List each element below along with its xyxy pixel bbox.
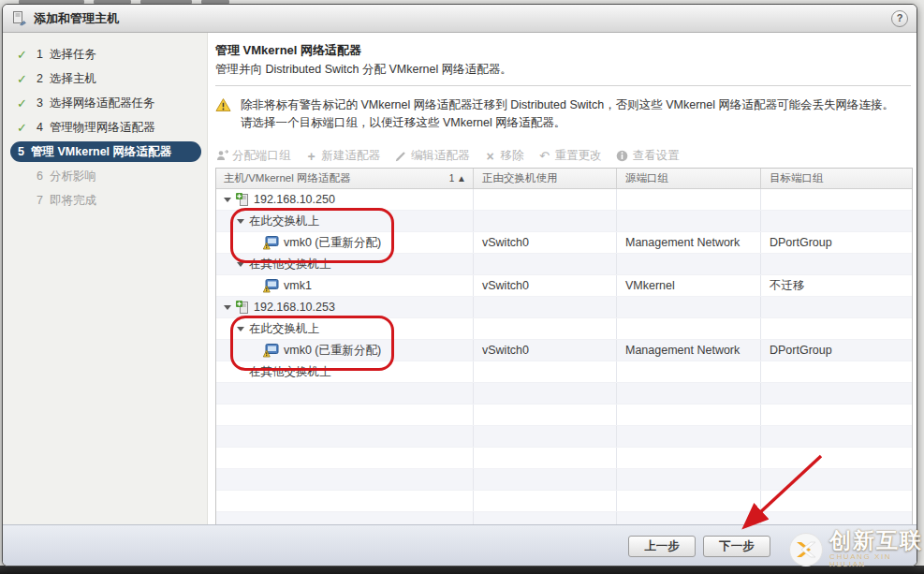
cell-in-use-by-switch	[474, 189, 617, 210]
pencil-icon	[394, 150, 407, 163]
page-title: 管理 VMkernel 网络适配器	[215, 42, 911, 59]
table-row[interactable]: 在其他交换机上	[216, 361, 912, 383]
table-row-empty	[216, 469, 912, 491]
adapter-toolbar: 分配端口组 + 新建适配器 编辑适配器 × 移除	[215, 148, 911, 164]
cell-destination-portgroup[interactable]: 不迁移	[761, 275, 912, 296]
warning-text: 除非将标有警告标记的 VMkernel 网络适配器迁移到 Distributed…	[241, 96, 904, 132]
row-label: 192.168.10.250	[254, 193, 335, 206]
wizard-step[interactable]: 3 选择网络适配器任务	[10, 93, 201, 113]
expander-triangle-icon[interactable]	[224, 305, 231, 310]
wizard-step[interactable]: 6 分析影响	[10, 166, 201, 186]
row-label: 192.168.10.253	[254, 301, 335, 314]
cell-in-use-by-switch	[474, 254, 617, 274]
table-row[interactable]: vmk0 (已重新分配) vSwitch0 Management Network…	[216, 232, 912, 254]
vmk-adapter-warning-icon	[263, 344, 279, 358]
host-add-icon	[236, 301, 249, 315]
cell-in-use-by-switch	[474, 318, 617, 339]
view-settings-button[interactable]: 查看设置	[616, 148, 680, 164]
host-add-icon	[236, 193, 249, 207]
table-row[interactable]: 在其他交换机上	[216, 254, 912, 275]
column-header-in-use-by-switch[interactable]: 正由交换机使用	[474, 169, 617, 188]
cell-destination-portgroup[interactable]: DPortGroup	[761, 232, 912, 253]
wizard-step[interactable]: 4 管理物理网络适配器	[10, 117, 201, 138]
help-icon[interactable]: ?	[891, 10, 908, 27]
cell-source-portgroup: Management Network	[617, 232, 761, 253]
cell-source-portgroup: Management Network	[617, 340, 761, 361]
plus-icon: +	[305, 150, 318, 163]
step-number: 1	[35, 47, 43, 62]
cell-source-portgroup	[617, 254, 761, 274]
cell-in-use-by-switch: vSwitch0	[474, 232, 617, 253]
wizard-step[interactable]: 1 选择任务	[10, 44, 201, 65]
page-subtitle: 管理并向 Distributed Switch 分配 VMkernel 网络适配…	[215, 62, 911, 78]
expander-triangle-icon[interactable]	[237, 327, 244, 331]
cell-source-portgroup	[617, 211, 761, 231]
table-row[interactable]: vmk1 vSwitch0 VMkernel 不迁移	[216, 275, 912, 297]
wizard-host-icon	[11, 10, 27, 26]
step-number: 5	[16, 144, 24, 159]
table-row[interactable]: 192.168.10.250	[216, 189, 912, 211]
vmk-adapter-warning-icon	[263, 279, 279, 293]
step-number: 6	[35, 169, 43, 184]
step-label: 选择网络适配器任务	[50, 96, 155, 110]
cell-in-use-by-switch: vSwitch0	[474, 340, 617, 361]
cell-destination-portgroup[interactable]	[761, 211, 912, 231]
reset-changes-button[interactable]: ↶ 重置更改	[538, 148, 602, 164]
wizard-step[interactable]: 2 选择主机	[10, 68, 201, 89]
dialog-title: 添加和管理主机	[34, 10, 119, 27]
table-row-empty	[216, 405, 912, 426]
row-label: 在此交换机上	[249, 213, 319, 229]
table-header: 主机/VMkernel 网络适配器 1 ▲ 正由交换机使用 源端口组 目标端口组	[216, 169, 912, 189]
dialog-titlebar: 添加和管理主机 ?	[3, 5, 917, 33]
new-adapter-button[interactable]: + 新建适配器	[305, 148, 381, 164]
row-label: 在其他交换机上	[249, 257, 331, 272]
step-label: 管理 VMkernel 网络适配器	[31, 144, 171, 159]
table-row[interactable]: 在此交换机上	[216, 318, 912, 340]
cell-destination-portgroup[interactable]	[761, 318, 912, 339]
cell-in-use-by-switch	[474, 211, 617, 231]
wizard-step[interactable]: 7 即将完成	[10, 190, 201, 211]
column-header-source-portgroup[interactable]: 源端口组	[617, 169, 761, 188]
step-number: 2	[35, 71, 43, 86]
expander-triangle-icon[interactable]	[224, 198, 231, 202]
row-label: 在此交换机上	[249, 321, 319, 337]
edit-adapter-button[interactable]: 编辑适配器	[394, 148, 470, 164]
column-header-destination-portgroup[interactable]: 目标端口组	[761, 169, 912, 188]
expander-triangle-icon[interactable]	[237, 262, 244, 267]
table-row[interactable]: vmk0 (已重新分配) vSwitch0 Management Network…	[216, 340, 912, 361]
expander-triangle-icon[interactable]	[237, 219, 244, 224]
dialog-footer: 上一步 下一步	[3, 524, 917, 566]
row-label: 在其他交换机上	[249, 364, 331, 380]
cell-in-use-by-switch: vSwitch0	[474, 275, 617, 296]
row-label: vmk0 (已重新分配)	[284, 343, 381, 359]
sort-indicator: 1 ▲	[449, 173, 466, 184]
column-header-host-adapter[interactable]: 主机/VMkernel 网络适配器 1 ▲	[216, 169, 474, 188]
table-row[interactable]: 192.168.10.253	[216, 297, 912, 318]
cell-destination-portgroup[interactable]	[761, 254, 912, 274]
table-row-empty	[216, 383, 912, 405]
cell-source-portgroup: VMkernel	[617, 275, 761, 296]
assign-portgroup-icon	[215, 150, 228, 163]
wizard-page-content: 管理 VMkernel 网络适配器 管理并向 Distributed Switc…	[208, 33, 917, 524]
table-row-empty	[216, 448, 912, 469]
next-button[interactable]: 下一步	[703, 536, 770, 557]
vmkernel-adapters-table: 主机/VMkernel 网络适配器 1 ▲ 正由交换机使用 源端口组 目标端口组	[215, 168, 913, 527]
wizard-steps-sidebar: 1 选择任务 2 选择主机 3 选择网络适配器任务 4 管理物理网络适配器 5	[3, 33, 208, 524]
step-number: 4	[35, 120, 43, 135]
step-label: 管理物理网络适配器	[50, 120, 155, 135]
back-button[interactable]: 上一步	[628, 536, 696, 557]
cell-destination-portgroup[interactable]	[761, 189, 912, 210]
cell-destination-portgroup[interactable]: DPortGroup	[761, 340, 912, 361]
wizard-step[interactable]: 5 管理 VMkernel 网络适配器	[10, 141, 201, 162]
cell-destination-portgroup[interactable]	[761, 297, 912, 317]
table-row[interactable]: 在此交换机上	[216, 211, 912, 232]
remove-button[interactable]: × 移除	[484, 148, 524, 164]
warning-banner: 除非将标有警告标记的 VMkernel 网络适配器迁移到 Distributed…	[215, 96, 904, 132]
check-icon	[16, 122, 28, 134]
assign-portgroup-button[interactable]: 分配端口组	[215, 148, 291, 164]
row-label: vmk0 (已重新分配)	[284, 235, 381, 251]
cell-in-use-by-switch	[474, 297, 617, 317]
step-label: 选择主机	[50, 71, 96, 86]
cell-destination-portgroup[interactable]	[761, 361, 912, 382]
check-icon	[16, 97, 28, 110]
